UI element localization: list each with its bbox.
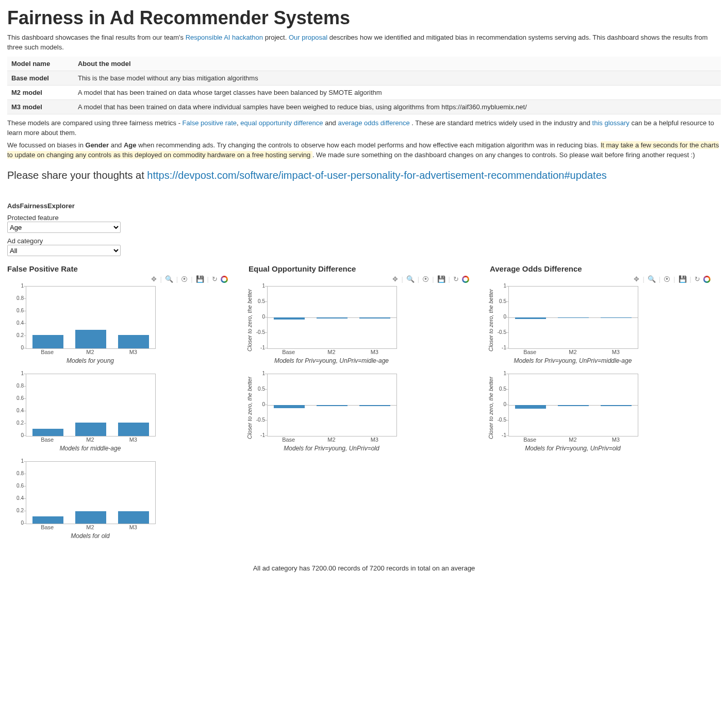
bar: [317, 405, 348, 406]
intro-text-a: This dashboard showcases the final resul…: [7, 33, 186, 41]
metrics-paragraph: These models are compared using three fa…: [7, 119, 721, 138]
bokeh-logo-icon[interactable]: [703, 276, 710, 283]
pan-icon[interactable]: ✥: [392, 275, 398, 283]
aod-link[interactable]: average odds difference: [338, 119, 409, 127]
table-header-about: About the model: [74, 57, 721, 71]
bar: [274, 317, 305, 320]
bar: [558, 405, 589, 406]
aod-midage-chart: -1-0.500.51Closer to zero, the betterBas…: [490, 286, 648, 366]
focus-paragraph: We focussed on biases in Gender and Age …: [7, 141, 721, 160]
zoom-icon[interactable]: 🔍: [648, 275, 656, 283]
bar: [601, 317, 632, 318]
save-icon[interactable]: 💾: [196, 275, 204, 283]
bokeh-logo-icon[interactable]: [462, 276, 469, 283]
bar: [118, 511, 149, 524]
feedback-link[interactable]: https://devpost.com/software/impact-of-u…: [147, 170, 607, 181]
gender-bold: Gender: [86, 141, 109, 149]
table-row: M3 model A model that has been trained o…: [7, 99, 721, 114]
table-row: M2 model A model that has been trained o…: [7, 85, 721, 99]
protected-feature-select[interactable]: Age: [7, 222, 121, 233]
fpr-toolbar: ✥| 🔍| ⦿| 💾| ↻: [7, 275, 228, 283]
bar: [118, 335, 149, 348]
ad-category-select[interactable]: All: [7, 245, 121, 256]
eod-panel: Equal Opportunity Difference ✥| 🔍| ⦿| 💾|…: [249, 264, 479, 549]
fpr-middle-chart: 00.20.40.60.81BaseM2M3Models for middle-…: [7, 374, 165, 454]
table-row: Base model This is the base model withou…: [7, 71, 721, 85]
ad-category-label: Ad category: [7, 237, 721, 245]
zoom-icon[interactable]: 🔍: [165, 275, 173, 283]
bar: [359, 405, 390, 406]
wheel-zoom-icon[interactable]: ⦿: [181, 275, 188, 283]
bar: [75, 423, 106, 436]
table-header-name: Model name: [7, 57, 74, 71]
bar: [274, 405, 305, 408]
model-desc-cell: This is the base model without any bias …: [74, 71, 721, 85]
bar: [317, 317, 348, 318]
bar: [32, 429, 63, 436]
model-name-cell: M2 model: [7, 85, 74, 99]
intro-paragraph: This dashboard showcases the final resul…: [7, 33, 721, 53]
bar: [32, 335, 63, 348]
widget-title: AdsFairnessExplorer: [7, 202, 721, 210]
bar: [515, 317, 546, 319]
footer-note: All ad category has 7200.00 records of 7…: [7, 564, 721, 572]
wheel-zoom-icon[interactable]: ⦿: [664, 275, 670, 283]
age-bold: Age: [124, 141, 137, 149]
hackathon-link[interactable]: Responsible AI hackathon: [186, 33, 263, 41]
eod-link[interactable]: equal opportunity difference: [240, 119, 323, 127]
bar: [118, 423, 149, 436]
fpr-panel: False Positive Rate ✥| 🔍| ⦿| 💾| ↻ 00.20.…: [7, 264, 238, 549]
zoom-icon[interactable]: 🔍: [406, 275, 415, 283]
wheel-zoom-icon[interactable]: ⦿: [422, 275, 429, 283]
protected-feature-label: Protected feature: [7, 214, 721, 222]
eod-old-chart: -1-0.500.51Closer to zero, the betterBas…: [249, 374, 406, 454]
reset-icon[interactable]: ↻: [212, 275, 218, 283]
bar: [32, 516, 63, 524]
fpr-old-chart: 00.20.40.60.81BaseM2M3Models for old: [7, 461, 165, 542]
fpr-link[interactable]: False positive rate: [183, 119, 237, 127]
intro-text-b: project.: [265, 33, 289, 41]
bokeh-logo-icon[interactable]: [221, 276, 228, 283]
fpr-panel-title: False Positive Rate: [7, 264, 238, 273]
reset-icon[interactable]: ↻: [694, 275, 700, 283]
bar: [75, 330, 106, 348]
model-name-cell: M3 model: [7, 99, 74, 114]
fpr-young-chart: 00.20.40.60.81BaseM2M3Models for young: [7, 286, 165, 366]
eod-toolbar: ✥| 🔍| ⦿| 💾| ↻: [249, 275, 469, 283]
aod-old-chart: -1-0.500.51Closer to zero, the betterBas…: [490, 374, 648, 454]
eod-panel-title: Equal Opportunity Difference: [249, 264, 479, 273]
aod-toolbar: ✥| 🔍| ⦿| 💾| ↻: [490, 275, 710, 283]
page-title: Fairness in Ad Recommender Systems: [7, 7, 721, 29]
save-icon[interactable]: 💾: [437, 275, 445, 283]
eod-midage-chart: -1-0.500.51Closer to zero, the betterBas…: [249, 286, 406, 366]
bar: [558, 317, 589, 318]
model-desc-cell: A model that has been trained on data wh…: [74, 99, 721, 114]
bar: [359, 317, 390, 318]
bar: [75, 511, 106, 524]
save-icon[interactable]: 💾: [679, 275, 687, 283]
model-name-cell: Base model: [7, 71, 74, 85]
bar: [515, 405, 546, 409]
reset-icon[interactable]: ↻: [453, 275, 459, 283]
model-desc-cell: A model that has been trained on data wh…: [74, 85, 721, 99]
feedback-line: Please share your thoughts at https://de…: [7, 170, 721, 181]
pan-icon[interactable]: ✥: [151, 275, 157, 283]
aod-panel-title: Average Odds Difference: [490, 264, 721, 273]
pan-icon[interactable]: ✥: [634, 275, 639, 283]
bar: [601, 405, 632, 406]
glossary-link[interactable]: this glossary: [592, 119, 630, 127]
proposal-link[interactable]: Our proposal: [289, 33, 327, 41]
model-table: Model name About the model Base model Th…: [7, 57, 721, 114]
aod-panel: Average Odds Difference ✥| 🔍| ⦿| 💾| ↻ -1…: [490, 264, 721, 549]
